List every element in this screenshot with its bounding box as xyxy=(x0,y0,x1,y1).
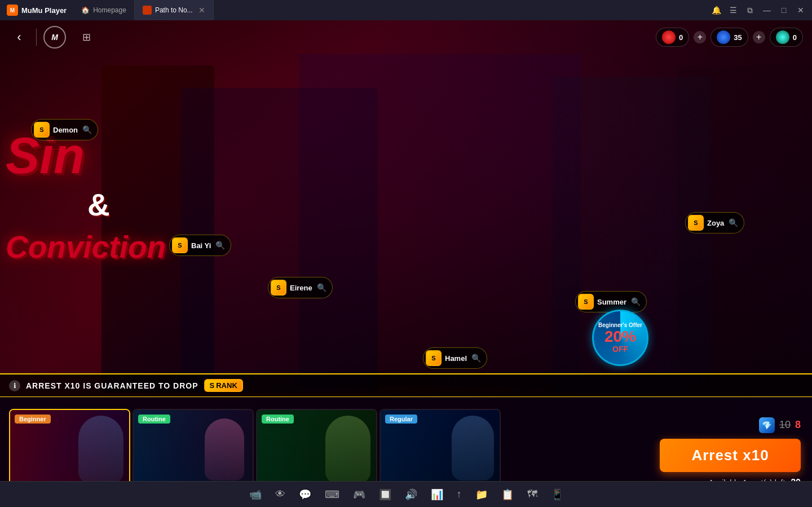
char-label-zoya[interactable]: S Zoya 🔍 xyxy=(685,212,744,233)
eirene-rank-badge: S xyxy=(271,280,286,296)
baiyi-name: Bai Yi xyxy=(191,241,211,250)
summer-name: Summer xyxy=(597,298,626,306)
game-area: ‹ M ⊞ 0 + 35 + 0 Sin & Conviction xyxy=(0,20,812,507)
eirene-search-icon[interactable]: 🔍 xyxy=(317,283,326,292)
home-icon: 🏠 xyxy=(81,6,90,14)
window-controls: 🔔 ☰ ⧉ — □ ✕ xyxy=(709,3,812,17)
zoya-rank-badge: S xyxy=(688,215,704,231)
token-old-count: 10 xyxy=(779,419,791,431)
eirene-name: Eirene xyxy=(290,284,312,292)
zoya-name: Zoya xyxy=(707,219,724,227)
tab-homepage-label: Homepage xyxy=(93,6,126,14)
taskbar-screen-icon[interactable]: 🔲 xyxy=(379,488,391,501)
baiyi-search-icon[interactable]: 🔍 xyxy=(215,241,225,250)
currency-teal: 0 xyxy=(770,28,803,47)
taskbar: 📹 👁 💬 ⌨ 🎮 🔲 🔊 📊 ↑ 📁 📋 🗺 📱 xyxy=(0,481,812,507)
close-icon[interactable]: ✕ xyxy=(794,3,807,17)
logo-button[interactable]: M xyxy=(43,26,66,49)
hamel-search-icon[interactable]: 🔍 xyxy=(471,354,481,363)
s-rank-label: S xyxy=(210,381,215,390)
tab-game-label: Path to No... xyxy=(155,6,193,14)
minimize-icon[interactable]: — xyxy=(760,3,774,17)
and-text: & xyxy=(87,187,110,223)
taskbar-phone-icon[interactable]: 📱 xyxy=(551,488,563,501)
tab-close-icon[interactable]: ✕ xyxy=(198,6,205,15)
notification-icon[interactable]: 🔔 xyxy=(709,3,723,17)
taskbar-map-icon[interactable]: 🗺 xyxy=(527,488,537,500)
character-main-art xyxy=(299,54,581,387)
taskbar-chat-icon[interactable]: 💬 xyxy=(299,488,311,501)
currency-bar: 0 + 35 + 0 xyxy=(656,28,803,47)
offer-off-text: OFF xyxy=(612,345,628,354)
add-blue-button[interactable]: + xyxy=(753,31,765,43)
restore-icon[interactable]: ⧉ xyxy=(743,3,757,17)
nav-divider xyxy=(36,29,37,46)
logo-text: M xyxy=(51,33,58,42)
s-rank-guarantee-badge: S RANK xyxy=(204,379,243,392)
game-tab-icon xyxy=(143,6,152,15)
banner-city-tag: Regular xyxy=(385,415,417,424)
taskbar-video-icon[interactable]: 📹 xyxy=(249,488,262,501)
char-label-hamel[interactable]: S Hamel 🔍 xyxy=(423,347,487,369)
banner-sin-tag: Beginner xyxy=(15,415,51,424)
red-amount: 0 xyxy=(679,33,683,42)
taskbar-stats-icon[interactable]: 📊 xyxy=(431,488,443,501)
offer-circle: Beginner's Offer 20% OFF xyxy=(592,310,648,366)
demon-rank-badge: S xyxy=(34,122,50,138)
red-currency-icon xyxy=(662,30,676,44)
taskbar-folder-icon[interactable]: 📁 xyxy=(475,488,488,501)
zoya-search-icon[interactable]: 🔍 xyxy=(729,218,738,227)
taskbar-upload-icon[interactable]: ↑ xyxy=(457,488,462,500)
hamel-name: Hamel xyxy=(445,354,467,363)
token-new-count: 8 xyxy=(795,419,801,431)
beginner-offer-badge[interactable]: Beginner's Offer 20% OFF xyxy=(592,310,648,366)
top-nav: ‹ M ⊞ 0 + 35 + 0 xyxy=(0,26,812,49)
add-red-button[interactable]: + xyxy=(694,31,706,43)
tab-game[interactable]: Path to No... ✕ xyxy=(135,0,214,20)
tokens-display: 💎 10 8 xyxy=(759,417,801,433)
summer-rank-badge: S xyxy=(578,294,594,310)
char-label-demon[interactable]: S Demon 🔍 xyxy=(31,119,98,140)
char-label-baiyi[interactable]: S Bai Yi 🔍 xyxy=(169,235,231,256)
blue-currency-icon xyxy=(717,30,730,44)
info-icon[interactable]: ℹ xyxy=(9,380,20,391)
banner-strange-tag: Routine xyxy=(138,415,170,424)
arrest-button[interactable]: Arrest x10 xyxy=(660,439,801,472)
blue-amount: 35 xyxy=(734,33,742,42)
taskbar-keyboard-icon[interactable]: ⌨ xyxy=(325,488,339,501)
demon-name: Demon xyxy=(53,126,78,134)
title-bar: M MuMu Player 🏠 Homepage Path to No... ✕… xyxy=(0,0,812,20)
teal-amount: 0 xyxy=(793,33,797,42)
app-name: MuMu Player xyxy=(21,6,67,15)
offer-percent: 20% xyxy=(604,329,636,345)
guarantee-text: ARREST X10 IS GUARANTEED TO DROP xyxy=(26,381,198,390)
s-rank-suffix: RANK xyxy=(216,381,237,390)
taskbar-sound-icon[interactable]: 🔊 xyxy=(405,488,417,501)
taskbar-gamepad-icon[interactable]: 🎮 xyxy=(353,488,365,501)
taskbar-eye-icon[interactable]: 👁 xyxy=(275,488,285,500)
guarantee-banner: ℹ ARREST X10 IS GUARANTEED TO DROP S RAN… xyxy=(0,373,812,397)
teal-currency-icon xyxy=(776,30,789,44)
summer-search-icon[interactable]: 🔍 xyxy=(631,297,641,306)
hamel-rank-badge: S xyxy=(426,350,442,366)
demon-search-icon[interactable]: 🔍 xyxy=(82,125,92,134)
baiyi-rank-badge: S xyxy=(172,237,188,253)
taskbar-clipboard-icon[interactable]: 📋 xyxy=(501,488,514,501)
maximize-icon[interactable]: □ xyxy=(777,3,791,17)
tree-button[interactable]: ⊞ xyxy=(75,26,98,49)
logo-icon: M xyxy=(7,5,18,16)
menu-icon[interactable]: ☰ xyxy=(726,3,740,17)
banner-break-tag: Routine xyxy=(262,415,294,424)
token-icon: 💎 xyxy=(759,417,775,433)
currency-blue: 35 xyxy=(710,28,748,47)
char-label-eirene[interactable]: S Eirene 🔍 xyxy=(268,277,333,298)
app-logo: M MuMu Player xyxy=(0,5,73,16)
currency-red: 0 xyxy=(656,28,689,47)
tab-homepage[interactable]: 🏠 Homepage xyxy=(73,0,135,20)
back-button[interactable]: ‹ xyxy=(9,27,29,47)
conviction-title: Conviction xyxy=(6,229,166,265)
